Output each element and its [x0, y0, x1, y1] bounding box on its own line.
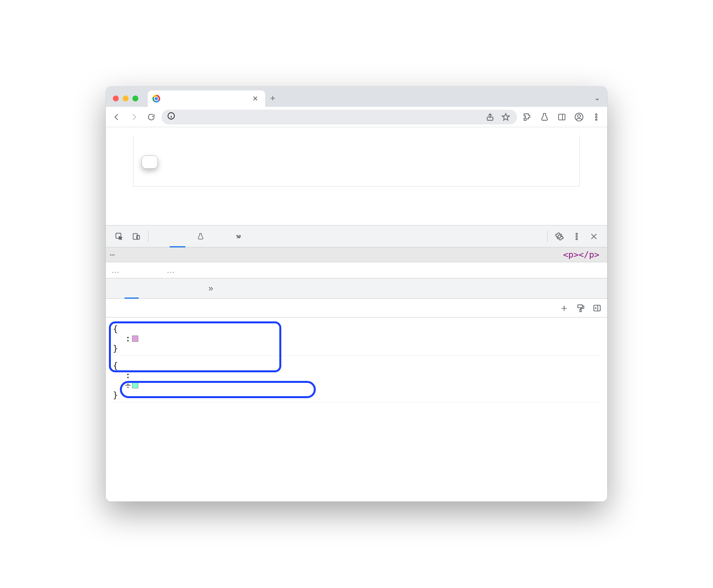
- svg-point-16: [576, 238, 577, 240]
- more-subtabs-icon[interactable]: »: [203, 281, 219, 296]
- css-rule-p[interactable]: { : : }: [111, 358, 602, 402]
- toggle-sidebar-icon[interactable]: [592, 303, 603, 314]
- close-window-button[interactable]: [113, 96, 119, 101]
- svg-point-8: [595, 114, 597, 115]
- styles-pane: { : } { : :: [106, 317, 607, 501]
- address-bar[interactable]: [161, 110, 517, 124]
- browser-tab[interactable]: ✕: [148, 90, 265, 107]
- devtools-toolbar: »: [106, 225, 607, 247]
- maximize-window-button[interactable]: [132, 96, 138, 101]
- reload-button[interactable]: [144, 110, 158, 124]
- tab-elements[interactable]: [170, 225, 185, 247]
- browser-window: ✕ ＋ ⌄: [106, 87, 607, 501]
- tab-recorder[interactable]: [187, 225, 212, 247]
- extensions-icon[interactable]: [520, 110, 534, 124]
- sidepanel-icon[interactable]: [555, 110, 569, 124]
- subtab-dom-breakpoints[interactable]: [187, 278, 201, 299]
- devtools-menu-icon[interactable]: [569, 229, 585, 244]
- chrome-favicon-icon: [152, 95, 160, 103]
- devtools-panel: » ⋯ <p></p> …: [106, 225, 607, 501]
- back-button[interactable]: [110, 110, 124, 124]
- window-controls: [106, 96, 145, 107]
- inspect-icon[interactable]: [111, 229, 127, 244]
- settings-icon[interactable]: [552, 229, 567, 244]
- minimize-window-button[interactable]: [123, 96, 128, 101]
- tab-console[interactable]: [152, 225, 168, 247]
- subtab-computed[interactable]: [109, 278, 123, 299]
- svg-rect-18: [580, 309, 581, 312]
- sample-card: [141, 155, 158, 169]
- labs-icon[interactable]: [537, 110, 552, 124]
- svg-rect-17: [578, 305, 583, 307]
- menu-button[interactable]: [589, 110, 603, 124]
- close-devtools-icon[interactable]: [586, 229, 602, 244]
- site-info-icon[interactable]: [167, 112, 176, 122]
- svg-rect-4: [559, 114, 565, 120]
- page-viewport: [106, 127, 607, 225]
- tab-sources[interactable]: [214, 225, 229, 247]
- selected-element-line[interactable]: ⋯ <p></p>: [106, 247, 607, 262]
- page-content: [133, 135, 580, 187]
- titlebar: ✕ ＋ ⌄: [106, 87, 607, 107]
- ellipsis-icon: ⋯: [110, 250, 119, 260]
- more-tabs-icon[interactable]: »: [231, 229, 246, 244]
- svg-point-7: [577, 114, 580, 117]
- styles-filter-row: ＋: [106, 299, 607, 317]
- subtab-properties[interactable]: [172, 278, 186, 299]
- profile-avatar[interactable]: [572, 110, 586, 124]
- nav-toolbar: [106, 107, 607, 127]
- svg-point-15: [576, 236, 577, 237]
- close-tab-button[interactable]: ✕: [251, 94, 260, 103]
- dom-breadcrumb[interactable]: … …: [106, 262, 607, 278]
- styles-filter-input[interactable]: [110, 303, 533, 312]
- new-style-rule-icon[interactable]: ＋: [559, 303, 570, 314]
- subtab-styles[interactable]: [125, 278, 139, 299]
- new-tab-button[interactable]: ＋: [265, 92, 280, 107]
- forward-button[interactable]: [127, 110, 141, 124]
- color-swatch-plum[interactable]: [132, 335, 138, 342]
- share-icon[interactable]: [484, 111, 496, 123]
- styles-subtabs: »: [106, 278, 607, 299]
- tabs-dropdown-button[interactable]: ⌄: [594, 94, 607, 107]
- svg-point-14: [576, 233, 577, 234]
- svg-point-10: [595, 119, 597, 120]
- device-toggle-icon[interactable]: [128, 229, 144, 244]
- svg-point-9: [595, 116, 597, 118]
- color-swatch-aquamarine[interactable]: [132, 382, 138, 388]
- subtab-layout[interactable]: [140, 278, 154, 299]
- css-rule-scope-card[interactable]: { : }: [111, 321, 602, 356]
- paint-icon[interactable]: [575, 303, 586, 314]
- subtab-event-listeners[interactable]: [156, 278, 170, 299]
- bookmark-icon[interactable]: [500, 111, 512, 123]
